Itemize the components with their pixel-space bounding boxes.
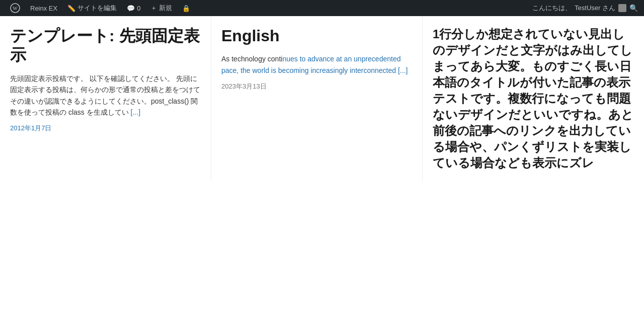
main-content: テンプレート: 先頭固定表示 先頭固定表示投稿です。 以下を確認してください。 …: [0, 16, 644, 181]
edit-site-label: サイトを編集: [77, 4, 117, 13]
greeting-text: こんにちは、: [532, 4, 572, 13]
long-post-title: 1行分しか想定されていない見出しのデザインだと文字がはみ出してしまってあら大変。…: [433, 26, 634, 171]
wp-logo-button[interactable]: W: [6, 0, 24, 16]
site-title-button[interactable]: Reinx EX: [26, 0, 61, 16]
comment-icon: 💬: [127, 5, 135, 12]
plus-icon: ＋: [150, 4, 157, 13]
english-post-excerpt: As technology continues to advance at an…: [221, 53, 412, 76]
svg-text:W: W: [13, 6, 18, 11]
search-icon-bar[interactable]: 🔍: [629, 4, 638, 12]
user-avatar: [618, 4, 626, 12]
admin-bar: W Reinx EX ✏️ サイトを編集 💬 0 ＋ 新規 🔒 こんにちは、 T: [0, 0, 644, 16]
sticky-date-link[interactable]: 2012年1月7日: [10, 124, 51, 132]
long-title-post-column: 1行分しか想定されていない見出しのデザインだと文字がはみ出してしまってあら大変。…: [423, 16, 644, 181]
english-post-title-link[interactable]: English: [221, 27, 280, 45]
sticky-post-excerpt: 先頭固定表示投稿です。 以下を確認してください。 先頭に固定表示する投稿は、何ら…: [10, 73, 201, 118]
lock-icon: 🔒: [182, 5, 190, 12]
sticky-post-title-link[interactable]: テンプレート: 先頭固定表示: [10, 27, 200, 64]
pencil-icon: ✏️: [67, 5, 75, 12]
sticky-excerpt-text: 先頭固定表示投稿です。 以下を確認してください。 先頭に固定表示する投稿は、何ら…: [10, 74, 200, 116]
lock-button[interactable]: 🔒: [178, 0, 194, 16]
edit-site-button[interactable]: ✏️ サイトを編集: [63, 0, 121, 16]
comment-count: 0: [137, 5, 140, 12]
username-text[interactable]: TestUser さん: [575, 4, 615, 13]
new-post-button[interactable]: ＋ 新規: [146, 0, 176, 16]
comments-button[interactable]: 💬 0: [123, 0, 144, 16]
new-post-label: 新規: [159, 4, 172, 13]
admin-bar-right: こんにちは、 TestUser さん 🔍: [532, 4, 638, 13]
english-post-date: 2023年3月13日: [221, 82, 412, 91]
english-readmore-link[interactable]: [...]: [398, 66, 408, 74]
sticky-post-column: テンプレート: 先頭固定表示 先頭固定表示投稿です。 以下を確認してください。 …: [0, 16, 211, 181]
sticky-post-title: テンプレート: 先頭固定表示: [10, 26, 201, 65]
english-date-text: 2023年3月13日: [221, 83, 267, 90]
english-post-column: English As technology continues to advan…: [211, 16, 423, 181]
sticky-readmore-link[interactable]: [...]: [131, 108, 140, 116]
english-post-title: English: [221, 26, 412, 45]
site-title-text: Reinx EX: [30, 5, 57, 12]
english-excerpt-before: As technology conti: [221, 55, 282, 63]
long-post-title-link[interactable]: 1行分しか想定されていない見出しのデザインだと文字がはみ出してしまってあら大変。…: [433, 27, 633, 170]
wordpress-icon: W: [10, 3, 20, 13]
admin-bar-left: W Reinx EX ✏️ サイトを編集 💬 0 ＋ 新規 🔒: [6, 0, 532, 16]
sticky-post-date: 2012年1月7日: [10, 124, 201, 133]
